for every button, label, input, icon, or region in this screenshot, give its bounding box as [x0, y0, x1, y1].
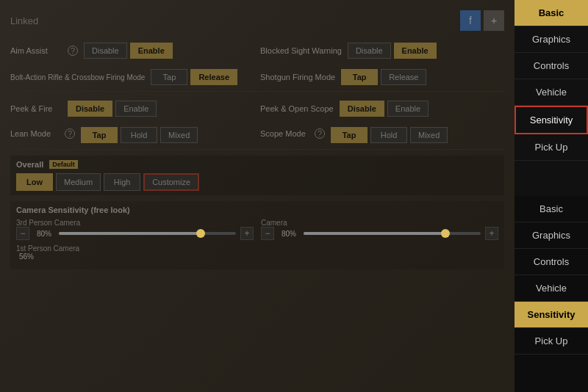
camera-col: Camera − 80% +: [261, 219, 498, 265]
bolt-action-tap-btn[interactable]: Tap: [151, 69, 187, 85]
shotgun-btn-group: Tap Release: [341, 69, 426, 85]
third-person-slider-row: − 80% +: [16, 227, 254, 240]
peek-scope-disable-btn[interactable]: Disable: [340, 101, 384, 117]
main-content: Linked f + Aim Assist ? Disable Enable B…: [0, 0, 514, 392]
camera-thumb[interactable]: [441, 229, 450, 238]
lean-mode-hold-btn[interactable]: Hold: [121, 127, 157, 143]
blocked-sight-disable-btn[interactable]: Disable: [348, 43, 391, 59]
peek-fire-btn-group: Disable Enable: [68, 101, 157, 117]
sidebar-item-controls-top[interactable]: Controls: [514, 53, 588, 79]
sidebar-item-basic-bottom[interactable]: Basic: [514, 196, 588, 222]
third-person-minus[interactable]: −: [16, 227, 29, 240]
peek-scope-btn-group: Disable Enable: [340, 101, 429, 117]
camera-minus[interactable]: −: [261, 227, 274, 240]
sidebar: Basic Graphics Controls Vehicle Sensitiv…: [514, 0, 588, 392]
overall-high-btn[interactable]: High: [104, 173, 140, 191]
aim-assist-enable-btn[interactable]: Enable: [130, 43, 173, 59]
scope-mode-hold-btn[interactable]: Hold: [370, 127, 407, 143]
first-person-value: 56%: [16, 253, 37, 261]
first-person-label: 1st Person Camera: [16, 244, 254, 253]
scope-mode-label: Scope Mode: [260, 129, 312, 138]
sidebar-item-graphics-top[interactable]: Graphics: [514, 26, 588, 53]
sidebar-item-controls-bottom[interactable]: Controls: [514, 249, 588, 275]
lean-scope-row: Lean Mode ? Tap Hold Mixed Scope Mode ? …: [10, 124, 504, 150]
peek-fire-disable-btn[interactable]: Disable: [68, 101, 112, 117]
overall-title: Overall: [16, 160, 43, 169]
shotgun-tap-btn[interactable]: Tap: [341, 69, 378, 85]
overall-section: Overall Default Low Medium High Customiz…: [10, 156, 504, 195]
aim-assist-left: Aim Assist ? Disable Enable: [10, 43, 254, 59]
scope-mode-mixed-btn[interactable]: Mixed: [410, 127, 448, 143]
sensitivity-section: Camera Sensitivity (free look) 3rd Perso…: [10, 201, 504, 269]
camera-value: 80%: [279, 230, 299, 238]
sidebar-item-graphics-bottom[interactable]: Graphics: [514, 222, 588, 249]
camera-label: Camera: [261, 219, 498, 227]
peek-scope-label: Peek & Open Scope: [260, 104, 334, 113]
scope-mode-help-icon[interactable]: ?: [315, 128, 325, 139]
default-badge: Default: [49, 160, 78, 169]
scope-mode-tap-btn[interactable]: Tap: [331, 127, 368, 143]
shotgun-label: Shotgun Firing Mode: [260, 73, 335, 81]
peek-fire-enable-btn[interactable]: Enable: [115, 101, 157, 117]
linked-label: Linked: [10, 15, 38, 26]
bolt-action-left: Bolt-Action Rifle & Crossbow Firing Mode…: [10, 69, 254, 85]
third-person-label: 3rd Person Camera: [16, 219, 254, 227]
third-person-plus[interactable]: +: [240, 227, 254, 240]
third-person-fill: [59, 232, 201, 235]
sidebar-item-vehicle-bottom[interactable]: Vehicle: [514, 275, 588, 302]
blocked-sight-label: Blocked Sight Warning: [260, 46, 342, 55]
lean-mode-label: Lean Mode: [10, 129, 62, 138]
third-person-thumb[interactable]: [196, 229, 205, 238]
facebook-button[interactable]: f: [460, 10, 481, 31]
lean-mode-tap-btn[interactable]: Tap: [81, 127, 118, 143]
sensitivity-title: Camera Sensitivity (free look): [16, 206, 498, 214]
peek-fire-left: Peek & Fire Disable Enable: [10, 101, 254, 117]
overall-medium-btn[interactable]: Medium: [56, 173, 101, 191]
sidebar-item-sensitivity-bottom[interactable]: Sensitivity: [514, 302, 588, 328]
sidebar-item-vehicle-top[interactable]: Vehicle: [514, 79, 588, 106]
peek-scope-enable-btn[interactable]: Enable: [387, 101, 429, 117]
shotgun-release-btn[interactable]: Release: [381, 69, 426, 85]
camera-fill: [304, 232, 445, 235]
third-person-track[interactable]: [59, 232, 236, 235]
peek-scope-right: Peek & Open Scope Disable Enable: [260, 101, 504, 117]
sidebar-item-pickup-bottom[interactable]: Pick Up: [514, 328, 588, 355]
blocked-sight-enable-btn[interactable]: Enable: [394, 43, 437, 59]
scope-mode-btn-group: Tap Hold Mixed: [331, 127, 448, 143]
overall-btn-group: Low Medium High Customize: [16, 173, 498, 191]
overall-low-btn[interactable]: Low: [16, 173, 53, 191]
overall-header: Overall Default: [16, 160, 498, 169]
bolt-action-label: Bolt-Action Rifle & Crossbow Firing Mode: [10, 73, 145, 81]
overall-customize-btn[interactable]: Customize: [143, 173, 199, 191]
add-button[interactable]: +: [484, 10, 504, 31]
sliders-container: 3rd Person Camera − 80% + 1st Person Cam…: [16, 219, 498, 265]
first-person-slider-row: 56%: [16, 253, 254, 261]
lean-mode-btn-group: Tap Hold Mixed: [81, 127, 198, 143]
sidebar-bottom: Basic Graphics Controls Vehicle Sensitiv…: [514, 196, 588, 392]
camera-track[interactable]: [304, 232, 481, 235]
aim-assist-disable-btn[interactable]: Disable: [84, 43, 127, 59]
aim-assist-btn-group: Disable Enable: [84, 43, 173, 59]
third-person-value: 80%: [34, 230, 54, 238]
blocked-sight-btn-group: Disable Enable: [348, 43, 437, 59]
sidebar-item-basic-top[interactable]: Basic: [514, 0, 588, 26]
lean-mode-left: Lean Mode ? Tap Hold Mixed: [10, 127, 254, 143]
peek-fire-row: Peek & Fire Disable Enable Peek & Open S…: [10, 98, 504, 120]
aim-assist-row: Aim Assist ? Disable Enable Blocked Sigh…: [10, 40, 504, 62]
bolt-action-row: Bolt-Action Rifle & Crossbow Firing Mode…: [10, 66, 504, 92]
sidebar-item-pickup-top[interactable]: Pick Up: [514, 134, 588, 161]
sidebar-item-sensitivity-top[interactable]: Sensitivity: [514, 106, 588, 134]
shotgun-right: Shotgun Firing Mode Tap Release: [260, 69, 504, 85]
blocked-sight-right: Blocked Sight Warning Disable Enable: [260, 43, 504, 59]
bolt-action-release-btn[interactable]: Release: [190, 69, 237, 85]
lean-mode-help-icon[interactable]: ?: [65, 128, 75, 139]
aim-assist-help-icon[interactable]: ?: [68, 46, 78, 56]
lean-mode-header: Lean Mode ?: [10, 128, 75, 139]
third-person-col: 3rd Person Camera − 80% + 1st Person Cam…: [16, 219, 254, 265]
lean-mode-mixed-btn[interactable]: Mixed: [160, 127, 198, 143]
peek-fire-label: Peek & Fire: [10, 104, 62, 113]
scope-mode-right: Scope Mode ? Tap Hold Mixed: [260, 127, 504, 143]
camera-plus[interactable]: +: [485, 227, 498, 240]
camera-slider-row: − 80% +: [261, 227, 498, 240]
top-bar-icons: f +: [460, 10, 504, 31]
